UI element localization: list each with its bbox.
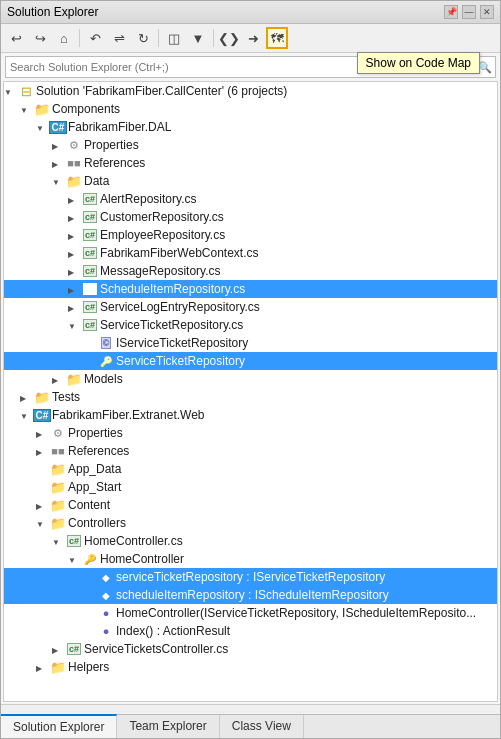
expand-arrow[interactable]: [84, 624, 96, 638]
expand-arrow[interactable]: ▶: [68, 192, 80, 206]
tree-item-extranet-props[interactable]: ▶⚙Properties: [4, 424, 497, 442]
tree-item-serviceticket-repo-item[interactable]: 🔑ServiceTicketRepository: [4, 352, 497, 370]
item-label: FabrikamFiberWebContext.cs: [100, 246, 259, 260]
expand-arrow[interactable]: ▶: [36, 444, 48, 458]
expand-arrow[interactable]: ▼: [36, 516, 48, 530]
item-label: Index() : ActionResult: [116, 624, 230, 638]
home-button[interactable]: ⌂: [53, 27, 75, 49]
expand-arrow[interactable]: ▼: [52, 174, 64, 188]
expand-arrow[interactable]: ▶: [68, 210, 80, 224]
expand-arrow[interactable]: ▶: [68, 264, 80, 278]
minimize-button[interactable]: —: [462, 5, 476, 19]
tree-item-alert-repo[interactable]: ▶c#AlertRepository.cs: [4, 190, 497, 208]
expand-arrow[interactable]: ▶: [68, 282, 80, 296]
bottom-tab-class-view[interactable]: Class View: [220, 715, 304, 738]
item-label: MessageRepository.cs: [100, 264, 221, 278]
item-label: Helpers: [68, 660, 109, 674]
expand-arrow[interactable]: ▼: [4, 84, 16, 98]
horizontal-scrollbar[interactable]: [1, 704, 500, 714]
expand-arrow[interactable]: ▶: [36, 660, 48, 674]
tree-item-solution[interactable]: ▼⊟Solution 'FabrikamFiber.CallCenter' (6…: [4, 82, 497, 100]
back-button[interactable]: ↩: [5, 27, 27, 49]
tree-item-app-data[interactable]: 📁App_Data: [4, 460, 497, 478]
expand-arrow[interactable]: ▼: [20, 102, 32, 116]
tree-item-extranet-refs[interactable]: ▶■■References: [4, 442, 497, 460]
tree-item-webcontext[interactable]: ▶c#FabrikamFiberWebContext.cs: [4, 244, 497, 262]
undo-button[interactable]: ↶: [84, 27, 106, 49]
expand-arrow[interactable]: ▶: [52, 642, 64, 656]
tree-item-content[interactable]: ▶📁Content: [4, 496, 497, 514]
close-button[interactable]: ✕: [480, 5, 494, 19]
expand-arrow[interactable]: ▶: [68, 228, 80, 242]
refresh-button[interactable]: ↻: [132, 27, 154, 49]
pin-button[interactable]: 📌: [444, 5, 458, 19]
tree-item-tests[interactable]: ▶📁Tests: [4, 388, 497, 406]
expand-arrow[interactable]: [84, 606, 96, 620]
expand-arrow[interactable]: [84, 336, 96, 350]
expand-arrow[interactable]: [36, 480, 48, 494]
tree-item-properties[interactable]: ▶⚙Properties: [4, 136, 497, 154]
item-icon-folder: 📁: [34, 101, 50, 117]
tree-item-index[interactable]: ●Index() : ActionResult: [4, 622, 497, 640]
tree-item-homecontroller-cs[interactable]: ▼c#HomeController.cs: [4, 532, 497, 550]
tree-item-serviceticket-field[interactable]: ◆serviceTicketRepository : IServiceTicke…: [4, 568, 497, 586]
tree-item-schedule-repo[interactable]: ▶c#ScheduleItemRepository.cs: [4, 280, 497, 298]
toolbar: ↩ ↪ ⌂ ↶ ⇌ ↻ ◫ ▼ ❮❯ ➜ 🗺 Show on Code Map: [1, 24, 500, 53]
expand-arrow[interactable]: ▶: [36, 498, 48, 512]
expand-arrow[interactable]: ▼: [36, 120, 48, 134]
item-icon-method: ●: [98, 623, 114, 639]
tree-item-scheduleitem-field[interactable]: ◆scheduleItemRepository : IScheduleItemR…: [4, 586, 497, 604]
tree-item-ctor[interactable]: ●HomeController(IServiceTicketRepository…: [4, 604, 497, 622]
expand-arrow[interactable]: ▶: [52, 372, 64, 386]
bottom-tab-team-explorer[interactable]: Team Explorer: [117, 715, 219, 738]
expand-arrow[interactable]: ▶: [68, 246, 80, 260]
scope-button[interactable]: ➜: [242, 27, 264, 49]
tree-item-homecontroller-class[interactable]: ▼🔑HomeController: [4, 550, 497, 568]
item-label: Models: [84, 372, 123, 386]
tree-item-helpers[interactable]: ▶📁Helpers: [4, 658, 497, 676]
tree-item-models[interactable]: ▶📁Models: [4, 370, 497, 388]
item-icon-folder: 📁: [66, 371, 82, 387]
item-label: serviceTicketRepository : IServiceTicket…: [116, 570, 385, 584]
code-button[interactable]: ❮❯: [218, 27, 240, 49]
tree-item-message-repo[interactable]: ▶c#MessageRepository.cs: [4, 262, 497, 280]
tree-item-iserviceticket[interactable]: ©IServiceTicketRepository: [4, 334, 497, 352]
tree-item-data[interactable]: ▼📁Data: [4, 172, 497, 190]
expand-arrow[interactable]: ▶: [20, 390, 32, 404]
tree-item-servicetickets-controller[interactable]: ▶c#ServiceTicketsController.cs: [4, 640, 497, 658]
filter-button[interactable]: ▼: [187, 27, 209, 49]
item-icon-cs: c#: [66, 641, 82, 657]
expand-arrow[interactable]: [84, 354, 96, 368]
forward-button[interactable]: ↪: [29, 27, 51, 49]
expand-arrow[interactable]: ▶: [52, 156, 64, 170]
tree-item-controllers[interactable]: ▼📁Controllers: [4, 514, 497, 532]
sync-button[interactable]: ⇌: [108, 27, 130, 49]
tree-item-components[interactable]: ▼📁Components: [4, 100, 497, 118]
bottom-tab-solution-explorer[interactable]: Solution Explorer: [1, 714, 117, 738]
tree-item-customer-repo[interactable]: ▶c#CustomerRepository.cs: [4, 208, 497, 226]
item-label: Solution 'FabrikamFiber.CallCenter' (6 p…: [36, 84, 287, 98]
expand-arrow[interactable]: ▼: [20, 408, 32, 422]
tree-item-fabrikam-dal[interactable]: ▼C#FabrikamFiber.DAL: [4, 118, 497, 136]
item-icon-cs: c#: [82, 227, 98, 243]
view-toggle-button[interactable]: ◫: [163, 27, 185, 49]
expand-arrow[interactable]: ▶: [52, 138, 64, 152]
tree-item-employee-repo[interactable]: ▶c#EmployeeRepository.cs: [4, 226, 497, 244]
tree-item-extranet-web[interactable]: ▼C#FabrikamFiber.Extranet.Web: [4, 406, 497, 424]
expand-arrow[interactable]: [36, 462, 48, 476]
tree-item-references[interactable]: ▶■■References: [4, 154, 497, 172]
expand-arrow[interactable]: [84, 570, 96, 584]
solution-explorer-window: Solution Explorer 📌 — ✕ ↩ ↪ ⌂ ↶ ⇌ ↻ ◫ ▼ …: [0, 0, 501, 739]
tree-container[interactable]: ▼⊟Solution 'FabrikamFiber.CallCenter' (6…: [3, 81, 498, 702]
expand-arrow[interactable]: ▼: [68, 552, 80, 566]
tree-item-servicelog-repo[interactable]: ▶c#ServiceLogEntryRepository.cs: [4, 298, 497, 316]
item-label: FabrikamFiber.DAL: [68, 120, 171, 134]
tree-item-app-start[interactable]: 📁App_Start: [4, 478, 497, 496]
expand-arrow[interactable]: [84, 588, 96, 602]
code-map-button[interactable]: 🗺: [266, 27, 288, 49]
expand-arrow[interactable]: ▶: [68, 300, 80, 314]
expand-arrow[interactable]: ▶: [36, 426, 48, 440]
tree-item-serviceticket-repo[interactable]: ▼c#ServiceTicketRepository.cs: [4, 316, 497, 334]
expand-arrow[interactable]: ▼: [68, 318, 80, 332]
expand-arrow[interactable]: ▼: [52, 534, 64, 548]
